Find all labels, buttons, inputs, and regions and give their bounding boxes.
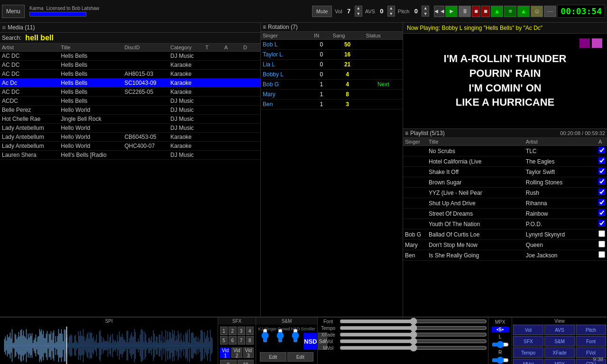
pl-check[interactable] — [598, 251, 605, 258]
sm-edit-btn1[interactable]: Edit — [260, 352, 286, 362]
fvol-slider[interactable] — [340, 338, 487, 344]
vid2-button[interactable]: Vid 2 — [231, 347, 242, 358]
sm-edit-btn2[interactable]: Edit — [287, 352, 314, 362]
stop-button1[interactable]: ■ — [472, 6, 480, 17]
tri-up2-button[interactable]: ▲ — [517, 6, 530, 17]
playlist-row[interactable]: Shut Up And Drive Rihanna — [403, 198, 607, 209]
lyric-ctrl-2[interactable] — [592, 38, 602, 48]
pl-check[interactable] — [598, 168, 605, 174]
media-row[interactable]: AC DC Hells Bells DJ Music — [0, 52, 260, 61]
media-row[interactable]: ACDC Hells Bells DJ Music — [0, 97, 260, 106]
sfx-btn-4[interactable]: 4 — [246, 327, 254, 335]
pl-check[interactable] — [598, 220, 605, 227]
mute-button[interactable]: Mute — [312, 6, 332, 17]
crowd-slider[interactable] — [293, 328, 298, 343]
dash-button[interactable]: — — [544, 6, 556, 17]
vid3-button[interactable]: Vid 3 — [243, 347, 254, 358]
playlist-row[interactable]: Ben Is She Really Going Joe Jackson — [403, 250, 607, 261]
mpx-s-button[interactable]: •S• — [492, 327, 509, 332]
media-row[interactable]: AC DC Hells Bells SC2265-05 Karaoke — [0, 88, 260, 97]
vol-down[interactable]: ▼ — [355, 11, 362, 17]
sfx-btn-1[interactable]: 1 — [220, 327, 228, 335]
sfx-btn-8[interactable]: 8 — [246, 336, 254, 345]
media-row[interactable]: Lady Antebellum Hello World CB60453-05 K… — [0, 133, 260, 142]
pitch-up[interactable]: ▲ — [422, 6, 429, 11]
playlist-row[interactable]: Bob G Ballad Of Curtis Loe Lynyrd Skynyr… — [403, 229, 607, 240]
stop-button2[interactable]: ■ — [481, 6, 490, 17]
avs-down[interactable]: ▼ — [387, 11, 395, 17]
kj-slider[interactable] — [262, 328, 268, 343]
pl-check[interactable] — [598, 178, 605, 185]
pl-check[interactable] — [598, 189, 605, 195]
media-row[interactable]: AC DC Hells Bells Karaoke — [0, 61, 260, 70]
pitch-down[interactable]: ▼ — [422, 11, 429, 17]
sfx-btn-9[interactable]: 9 — [220, 360, 237, 364]
media-row[interactable]: AC DC Hells Bells AH8015-03 Karaoke — [0, 70, 260, 79]
tempo-slider[interactable] — [340, 325, 487, 331]
rotation-row[interactable]: Ben 1 3 — [261, 100, 403, 109]
nsd-button[interactable]: NSD — [304, 333, 317, 350]
rotation-row[interactable]: Mary 1 8 — [261, 90, 403, 100]
playlist-row[interactable]: Street Of Dreams Rainbow — [403, 209, 607, 219]
lyric-ctrl-1[interactable] — [579, 38, 590, 48]
vol-up[interactable]: ▲ — [355, 6, 362, 11]
nav-left-button[interactable]: ◄◄ — [434, 6, 444, 17]
pl-check[interactable] — [598, 157, 605, 164]
sfx-btn-3[interactable]: 3 — [238, 327, 245, 335]
tri-up-button[interactable]: ▲ — [491, 6, 503, 17]
xfade-slider[interactable] — [340, 332, 487, 337]
playlist-row[interactable]: Brown Sugar Rolling Stones — [403, 177, 607, 188]
view-btn-xfade[interactable]: XFade — [544, 347, 575, 358]
font-slider[interactable] — [340, 318, 487, 324]
view-btn-font[interactable]: Font — [576, 336, 606, 346]
playlist-row[interactable]: YYZ (Live - Neil Pear Rush — [403, 188, 607, 198]
view-btn-sm[interactable]: S&M — [544, 336, 575, 346]
playlist-row[interactable]: No Scrubs TLC — [403, 146, 607, 156]
singer-slider[interactable] — [277, 328, 283, 343]
playlist-row[interactable]: Youth Of The Nation P.O.D. — [403, 219, 607, 229]
mpx-l-slider[interactable] — [492, 341, 509, 348]
sfx-btn-7[interactable]: 7 — [238, 336, 245, 345]
pl-check[interactable] — [598, 209, 605, 216]
sfx-btn-10[interactable]: 10 — [238, 360, 254, 364]
rotation-row[interactable]: Taylor L 0 16 — [261, 50, 403, 60]
mpx-r-slider[interactable] — [492, 356, 509, 364]
rotation-row[interactable]: Bob L 0 50 — [261, 40, 403, 50]
sfx-btn-5[interactable]: 5 — [220, 336, 228, 345]
media-row[interactable]: Lady Antebellum Hello World QHC400-07 Ka… — [0, 142, 260, 151]
view-btn-mpx[interactable]: MPX — [544, 359, 575, 364]
pitch-arrows: ▲ ▼ — [422, 6, 429, 17]
view-btn-vol[interactable]: Vol — [513, 325, 543, 335]
view-btn-avs[interactable]: AVS — [544, 325, 575, 335]
smiley-button[interactable]: ☺ — [531, 6, 543, 17]
view-btn-mvol[interactable]: MVol — [513, 359, 543, 364]
media-row[interactable]: Belle Perez Hello World DJ Music — [0, 106, 260, 115]
media-row[interactable]: Ac Dc Hells Bells SC10043-09 Karaoke — [0, 79, 260, 88]
rotation-row[interactable]: Bob G 1 4 Next — [261, 80, 403, 90]
avs-up[interactable]: ▲ — [387, 6, 395, 11]
rotation-row[interactable]: Lia L 0 21 — [261, 60, 403, 70]
media-row[interactable]: Lady Antebellum Hello World DJ Music — [0, 124, 260, 133]
view-btn-tempo[interactable]: Tempo — [513, 347, 543, 358]
view-btn-pitch[interactable]: Pitch — [576, 325, 606, 335]
playlist-row[interactable]: Hotel California (Live The Eagles — [403, 156, 607, 167]
vid1-button[interactable]: Vid 1 — [220, 347, 230, 358]
pl-check[interactable] — [598, 147, 605, 154]
play-button[interactable]: ► — [445, 6, 458, 17]
menu-tri-button[interactable]: ≡ — [504, 6, 516, 17]
pause-button[interactable]: ⏸ — [459, 6, 471, 17]
pl-check[interactable] — [598, 241, 605, 247]
sfx-btn-6[interactable]: 6 — [229, 336, 236, 345]
pl-check[interactable] — [598, 230, 605, 237]
media-row[interactable]: Hot Chelle Rae Jingle Bell Rock DJ Music — [0, 115, 260, 124]
mvol-slider[interactable] — [340, 345, 487, 351]
playlist-row[interactable]: Mary Don't Stop Me Now Queen — [403, 240, 607, 250]
fvol-ctrl: FVol — [319, 338, 487, 344]
pl-check[interactable] — [598, 199, 605, 206]
playlist-row[interactable]: Shake It Off Taylor Swift — [403, 167, 607, 177]
media-row[interactable]: Lauren Shera Hell's Bells [Radio DJ Musi… — [0, 151, 260, 160]
menu-button[interactable]: Menu — [2, 5, 25, 18]
view-btn-sfx[interactable]: SFX — [513, 336, 543, 346]
sfx-btn-2[interactable]: 2 — [229, 327, 236, 335]
rotation-row[interactable]: Bobby L 0 4 — [261, 70, 403, 80]
